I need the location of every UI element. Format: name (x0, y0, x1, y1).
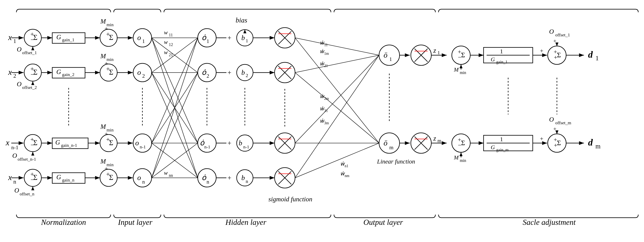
svg-text:1: 1 (596, 54, 599, 62)
svg-point-101 (198, 29, 216, 47)
svg-text:11: 11 (169, 33, 173, 37)
svg-point-140 (237, 30, 253, 46)
svg-text:o: o (137, 68, 141, 76)
svg-text:1: 1 (206, 38, 209, 44)
svg-text:Σ: Σ (33, 33, 38, 41)
hidden-layer-label: Hidden layer (225, 218, 266, 227)
svg-text:ẇ: ẇ (320, 48, 324, 54)
svg-text:gain_2: gain_2 (62, 72, 74, 77)
svg-text:G: G (491, 56, 495, 63)
svg-text:ȯ: ȯ (202, 174, 206, 182)
svg-text:Σ: Σ (109, 33, 113, 41)
x1-label: x (8, 33, 12, 42)
svg-text:w: w (164, 39, 168, 45)
svg-text:Σ: Σ (109, 68, 113, 76)
svg-text:O: O (549, 116, 554, 123)
svg-text:ẇ: ẇ (320, 118, 324, 124)
svg-text:b: b (241, 69, 245, 76)
svg-text:21: 21 (324, 64, 328, 68)
xn1-label: x (6, 138, 10, 147)
svg-text:n-1: n-1 (204, 144, 210, 149)
svg-text:n: n (206, 179, 209, 185)
normalization-label: Normalization (41, 218, 86, 227)
svg-point-147 (237, 64, 253, 81)
svg-text:M: M (100, 52, 106, 60)
svg-text:2: 2 (142, 73, 145, 79)
svg-text:12: 12 (169, 42, 173, 47)
svg-text:2m: 2m (324, 97, 329, 101)
svg-text:n-1: n-1 (243, 144, 249, 149)
svg-text:bias: bias (236, 16, 247, 24)
svg-text:ȯ: ȯ (200, 139, 205, 147)
svg-text:ȯ: ȯ (202, 33, 206, 42)
svg-text:G: G (56, 68, 61, 75)
xn-sub: n (13, 178, 16, 185)
svg-point-183 (379, 45, 400, 65)
svg-text:O: O (12, 152, 17, 159)
svg-text:ȯ: ȯ (202, 68, 206, 76)
svg-text:z: z (433, 134, 436, 142)
svg-text:n1: n1 (345, 164, 348, 168)
svg-text:ẇ: ẇ (340, 161, 345, 167)
input-layer-label: Input layer (118, 218, 152, 227)
svg-text:o: o (135, 139, 139, 147)
svg-text:offset_1: offset_1 (22, 50, 37, 55)
svg-text:+: + (228, 139, 231, 147)
svg-text:1: 1 (500, 48, 503, 55)
svg-text:Σ: Σ (33, 173, 38, 182)
svg-text:w: w (164, 170, 168, 176)
svg-text:Σ: Σ (109, 173, 113, 182)
svg-text:+: + (228, 69, 231, 76)
diagram-container: Normalization Input layer Hidden layer O… (0, 0, 644, 242)
svg-text:O: O (17, 80, 22, 88)
svg-text:M: M (100, 123, 106, 130)
svg-text:1: 1 (389, 56, 392, 62)
svg-text:nn: nn (169, 173, 173, 178)
svg-text:+: + (228, 174, 231, 182)
svg-point-89 (133, 63, 152, 82)
svg-text:offset_2: offset_2 (22, 85, 37, 90)
svg-text:M: M (100, 158, 106, 165)
svg-text:O: O (14, 187, 19, 194)
svg-text:Σ: Σ (557, 139, 561, 146)
svg-text:o: o (137, 33, 141, 42)
svg-text:m: m (389, 144, 394, 150)
svg-text:ö: ö (384, 138, 388, 147)
svg-text:m: m (438, 138, 441, 143)
svg-text:+: + (553, 126, 556, 132)
svg-text:w: w (164, 29, 168, 36)
svg-text:gain_m: gain_m (496, 148, 508, 152)
svg-text:G: G (56, 33, 61, 41)
svg-text:gain_1: gain_1 (496, 60, 507, 64)
svg-text:ẇ: ẇ (320, 106, 324, 112)
svg-text:min: min (460, 158, 466, 163)
svg-text:1: 1 (438, 50, 440, 55)
svg-text:21: 21 (169, 53, 173, 57)
svg-point-158 (237, 170, 253, 186)
svg-text:sigmoid function: sigmoid function (268, 195, 312, 203)
svg-text:G: G (56, 173, 61, 181)
x1-sub: 1 (13, 38, 16, 44)
svg-text:offset_m: offset_m (555, 120, 571, 125)
svg-text:offset_n-1: offset_n-1 (18, 157, 36, 162)
svg-text:n-1: n-1 (140, 144, 146, 149)
svg-text:M: M (454, 66, 459, 73)
svg-text:o: o (137, 174, 141, 182)
svg-text:Linear function: Linear function (377, 158, 415, 165)
svg-text:gain_1: gain_1 (62, 37, 74, 42)
svg-text:+: + (228, 34, 231, 41)
svg-text:b: b (239, 139, 242, 147)
svg-text:z: z (433, 47, 436, 54)
output-layer-label: Output layer (363, 218, 403, 227)
svg-text:11: 11 (324, 43, 328, 47)
svg-text:ẇ: ẇ (340, 171, 345, 177)
svg-text:ö: ö (384, 51, 388, 59)
xn-label: x (8, 173, 12, 182)
svg-text:M: M (454, 154, 459, 161)
svg-text:+: + (540, 135, 544, 142)
svg-text:+: + (553, 38, 556, 44)
svg-text:min: min (460, 70, 466, 75)
svg-text:1: 1 (142, 38, 145, 44)
svg-text:1: 1 (500, 136, 503, 142)
svg-text:Σ: Σ (461, 139, 465, 146)
